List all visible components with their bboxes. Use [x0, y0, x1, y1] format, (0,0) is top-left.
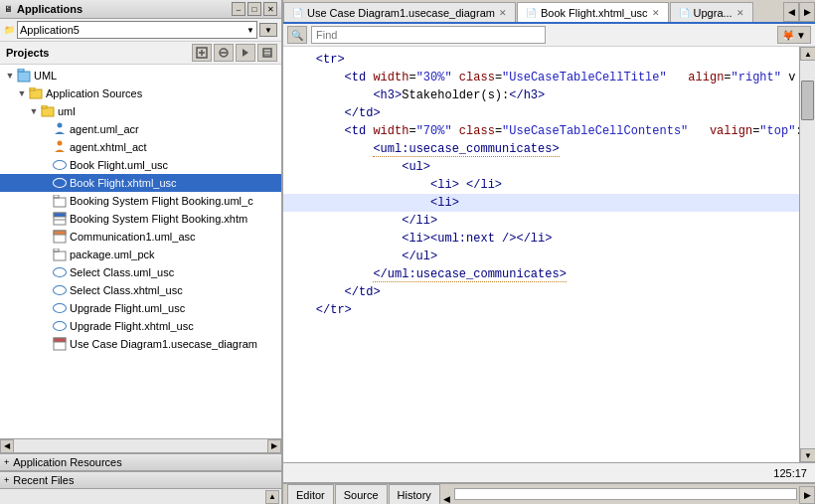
toolbar-btn-2[interactable]: [214, 44, 234, 62]
tab-book-close[interactable]: ✕: [652, 8, 660, 18]
tree-item-usecase-diagram[interactable]: Use Case Diagram1.usecase_diagram: [0, 335, 281, 353]
usecase-icon-book-xhtml: [52, 175, 68, 191]
tree-item-package[interactable]: package.uml_pck: [0, 246, 281, 263]
tree-item-communication[interactable]: Communication1.uml_asc: [0, 228, 281, 246]
minimize-btn[interactable]: –: [232, 2, 245, 16]
tree-item-agent-act[interactable]: agent.xhtml_act: [0, 138, 281, 156]
tree-item-uml-root[interactable]: ▼ UML: [0, 67, 281, 84]
maximize-btn[interactable]: □: [247, 2, 261, 16]
browser-btn[interactable]: 🦊 ▼: [777, 26, 811, 44]
tab-usecase-label: Use Case Diagram1.usecase_diagram: [307, 7, 495, 19]
toolbar-btn-1[interactable]: [192, 44, 212, 62]
code-line-6: <uml:usecase_communicates>: [283, 140, 799, 158]
close-btn[interactable]: ✕: [263, 2, 277, 16]
svg-rect-6: [263, 49, 271, 57]
svg-rect-14: [42, 105, 47, 108]
panel-up-btn[interactable]: ▲: [265, 490, 279, 504]
code-content-5: <td width="70%" class="UseCaseTableCellC…: [287, 122, 799, 140]
svg-rect-24: [54, 252, 66, 260]
pkg-icon-booking-uml: [52, 193, 68, 209]
tab-upgrade-label: Upgra...: [694, 7, 733, 19]
tree-item-uml-folder[interactable]: ▼ uml: [0, 102, 281, 120]
diagram-icon-communication: [52, 229, 68, 245]
code-content-3: <h3>Stakeholder(s):</h3>: [287, 86, 545, 104]
editor-tab-source-label: Source: [344, 489, 379, 501]
tree-item-booking-uml[interactable]: Booking System Flight Booking.uml_c: [0, 192, 281, 210]
search-btn[interactable]: 🔍: [287, 26, 307, 44]
editor-area: <tr> <td width="30%" class="UseCaseTable…: [283, 47, 815, 462]
projects-label: Projects: [4, 47, 51, 59]
application-dropdown[interactable]: Application5 ▼: [17, 21, 257, 39]
applications-icon: 🖥: [4, 4, 13, 14]
svg-marker-5: [243, 49, 248, 57]
tree-item-app-sources[interactable]: ▼ Application Sources: [0, 84, 281, 102]
person-icon-acr: [52, 121, 68, 137]
app-sources-icon: [28, 85, 44, 101]
editor-tab-editor[interactable]: Editor: [287, 484, 334, 504]
label-select-uml: Select Class.uml_usc: [70, 266, 174, 278]
code-content-6: <uml:usecase_communicates>: [287, 140, 560, 158]
status-bar: 125:17: [283, 462, 815, 482]
tab-scroll-right[interactable]: ▶: [799, 2, 815, 22]
code-line-11: <li><uml:next /></li>: [283, 230, 799, 248]
bottom-end-btn[interactable]: ▶: [799, 486, 815, 504]
tree-item-upgrade-uml[interactable]: Upgrade Flight.uml_usc: [0, 299, 281, 317]
code-line-2: <td width="30%" class="UseCaseTableCellT…: [283, 69, 799, 86]
tree-item-select-uml[interactable]: Select Class.uml_usc: [0, 263, 281, 281]
search-input[interactable]: [311, 26, 546, 44]
tree-item-select-xhtml[interactable]: Select Class.xhtml_usc: [0, 281, 281, 299]
recent-files-header[interactable]: + Recent Files: [0, 472, 281, 488]
label-book-xhtml: Book Flight.xhtml_usc: [70, 177, 177, 189]
app-resources-header[interactable]: + Application Resources: [0, 454, 281, 470]
tab-scroll-left[interactable]: ◀: [783, 2, 799, 22]
app-resources-label: Application Resources: [13, 456, 121, 468]
code-editor[interactable]: <tr> <td width="30%" class="UseCaseTable…: [283, 47, 799, 462]
svg-rect-9: [18, 72, 30, 82]
tree-item-book-xhtml[interactable]: Book Flight.xhtml_usc: [0, 174, 281, 192]
app-sources-label: Application Sources: [46, 87, 142, 99]
code-content-15: </tr>: [287, 301, 352, 319]
tab-upgrade[interactable]: 📄 Upgra... ✕: [670, 2, 753, 22]
tab-upgrade-close[interactable]: ✕: [736, 8, 744, 18]
applications-header: 🖥 Applications – □ ✕: [0, 0, 281, 19]
v-scrollbar[interactable]: ▲ ▼: [799, 47, 815, 462]
h-scrollbar[interactable]: ◀ ▶: [0, 438, 281, 452]
svg-point-15: [58, 123, 63, 128]
code-content-9: <li>: [287, 194, 459, 212]
toolbar-btn-3[interactable]: [236, 44, 255, 62]
v-scroll-up-btn[interactable]: ▲: [800, 47, 815, 61]
tab-usecase-diagram[interactable]: 📄 Use Case Diagram1.usecase_diagram ✕: [283, 2, 516, 22]
label-upgrade-xhtml: Upgrade Flight.xhtml_usc: [70, 320, 194, 332]
class-icon-booking-xhtml: [52, 211, 68, 227]
diagram-icon-usecase: [52, 336, 68, 352]
toolbar-btn-4[interactable]: [257, 44, 277, 62]
v-scroll-down-btn[interactable]: ▼: [800, 448, 815, 462]
code-line-9: <li>: [283, 194, 799, 212]
tree-item-booking-xhtml[interactable]: Booking System Flight Booking.xhtm: [0, 210, 281, 228]
tab-book-flight[interactable]: 📄 Book Flight.xhtml_usc ✕: [517, 2, 669, 24]
tab-usecase-close[interactable]: ✕: [499, 8, 507, 18]
scroll-right-btn[interactable]: ▶: [267, 439, 281, 453]
editor-tab-history[interactable]: History: [389, 484, 440, 504]
v-scroll-thumb[interactable]: [801, 81, 814, 120]
label-upgrade-uml: Upgrade Flight.uml_usc: [70, 302, 185, 314]
uml-folder-label: uml: [58, 105, 76, 117]
tree-item-upgrade-xhtml[interactable]: Upgrade Flight.xhtml_usc: [0, 317, 281, 335]
code-content-2: <td width="30%" class="UseCaseTableCellT…: [287, 69, 795, 86]
editor-tab-source[interactable]: Source: [335, 484, 388, 504]
tree-item-agent-acr[interactable]: agent.uml_acr: [0, 120, 281, 138]
uml-icon: [16, 68, 32, 84]
code-line-15: </tr>: [283, 301, 799, 319]
tab-book-icon: 📄: [526, 8, 537, 18]
expand-uml-folder-icon: ▼: [28, 105, 40, 117]
person-icon-act: [52, 139, 68, 155]
tree-item-book-uml[interactable]: Book Flight.uml_usc: [0, 156, 281, 174]
projects-toolbar: Projects: [0, 42, 281, 65]
right-panel: 📄 Use Case Diagram1.usecase_diagram ✕ 📄 …: [283, 0, 815, 504]
dropdown-extra-btn[interactable]: ▼: [259, 23, 277, 37]
v-scroll-track[interactable]: [800, 61, 815, 448]
label-agent-act: agent.xhtml_act: [70, 141, 147, 153]
tab-scroll-arrow[interactable]: ◀: [441, 494, 452, 504]
scroll-left-btn[interactable]: ◀: [0, 439, 14, 453]
label-agent-acr: agent.uml_acr: [70, 123, 139, 135]
